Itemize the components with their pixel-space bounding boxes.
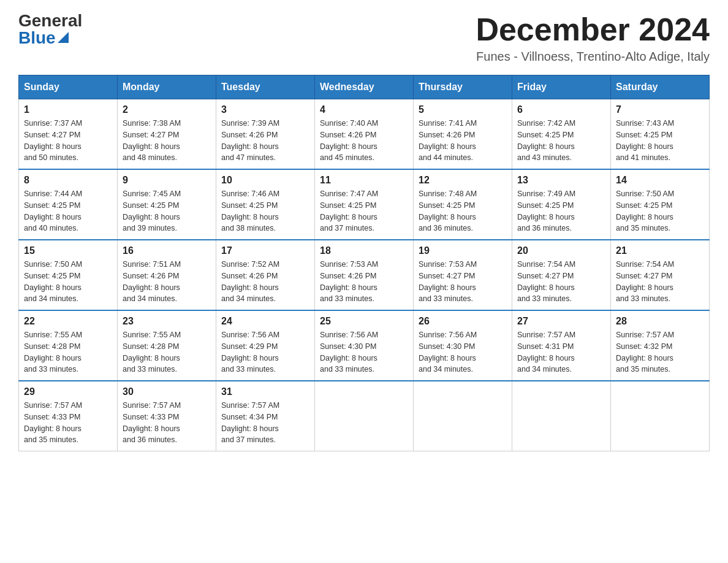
calendar-cell: 1 Sunrise: 7:37 AM Sunset: 4:27 PM Dayli…	[19, 99, 118, 170]
day-number: 15	[24, 245, 112, 256]
day-number: 29	[24, 386, 112, 397]
calendar-cell	[315, 381, 414, 451]
svg-marker-0	[58, 32, 69, 43]
calendar-cell: 20 Sunrise: 7:54 AM Sunset: 4:27 PM Dayl…	[512, 240, 611, 310]
calendar-cell	[611, 381, 710, 451]
day-info: Sunrise: 7:40 AM Sunset: 4:26 PM Dayligh…	[320, 118, 408, 164]
day-info: Sunrise: 7:53 AM Sunset: 4:27 PM Dayligh…	[419, 259, 507, 305]
calendar-week-row: 8 Sunrise: 7:44 AM Sunset: 4:25 PM Dayli…	[19, 169, 710, 240]
day-number: 31	[221, 386, 309, 397]
day-info: Sunrise: 7:43 AM Sunset: 4:25 PM Dayligh…	[616, 118, 704, 164]
day-number: 4	[320, 104, 408, 115]
day-info: Sunrise: 7:54 AM Sunset: 4:27 PM Dayligh…	[616, 259, 704, 305]
day-number: 11	[320, 175, 408, 186]
day-number: 14	[616, 175, 704, 186]
day-number: 13	[517, 175, 605, 186]
calendar-cell: 9 Sunrise: 7:45 AM Sunset: 4:25 PM Dayli…	[118, 169, 216, 240]
day-info: Sunrise: 7:53 AM Sunset: 4:26 PM Dayligh…	[320, 259, 408, 305]
calendar-header-monday: Monday	[118, 75, 216, 99]
day-info: Sunrise: 7:52 AM Sunset: 4:26 PM Dayligh…	[221, 259, 309, 305]
day-number: 9	[123, 175, 211, 186]
calendar-header-wednesday: Wednesday	[315, 75, 414, 99]
day-info: Sunrise: 7:55 AM Sunset: 4:28 PM Dayligh…	[123, 329, 211, 375]
day-number: 3	[221, 104, 309, 115]
day-number: 8	[24, 175, 112, 186]
day-info: Sunrise: 7:55 AM Sunset: 4:28 PM Dayligh…	[24, 329, 112, 375]
calendar-cell: 8 Sunrise: 7:44 AM Sunset: 4:25 PM Dayli…	[19, 169, 118, 240]
calendar-cell: 2 Sunrise: 7:38 AM Sunset: 4:27 PM Dayli…	[118, 99, 216, 170]
day-number: 17	[221, 245, 309, 256]
day-number: 23	[123, 316, 211, 327]
day-info: Sunrise: 7:38 AM Sunset: 4:27 PM Dayligh…	[123, 118, 211, 164]
day-info: Sunrise: 7:39 AM Sunset: 4:26 PM Dayligh…	[221, 118, 309, 164]
day-info: Sunrise: 7:56 AM Sunset: 4:30 PM Dayligh…	[419, 329, 507, 375]
calendar-header-sunday: Sunday	[19, 75, 118, 99]
calendar-cell: 25 Sunrise: 7:56 AM Sunset: 4:30 PM Dayl…	[315, 310, 414, 381]
day-info: Sunrise: 7:50 AM Sunset: 4:25 PM Dayligh…	[616, 188, 704, 234]
calendar-cell: 19 Sunrise: 7:53 AM Sunset: 4:27 PM Dayl…	[414, 240, 512, 310]
day-info: Sunrise: 7:57 AM Sunset: 4:32 PM Dayligh…	[616, 329, 704, 375]
calendar-week-row: 29 Sunrise: 7:57 AM Sunset: 4:33 PM Dayl…	[19, 381, 710, 451]
calendar-cell: 27 Sunrise: 7:57 AM Sunset: 4:31 PM Dayl…	[512, 310, 611, 381]
calendar-cell: 10 Sunrise: 7:46 AM Sunset: 4:25 PM Dayl…	[216, 169, 315, 240]
calendar-cell: 29 Sunrise: 7:57 AM Sunset: 4:33 PM Dayl…	[19, 381, 118, 451]
calendar-cell	[512, 381, 611, 451]
day-info: Sunrise: 7:56 AM Sunset: 4:29 PM Dayligh…	[221, 329, 309, 375]
month-year-title: December 2024	[476, 12, 710, 47]
day-info: Sunrise: 7:45 AM Sunset: 4:25 PM Dayligh…	[123, 188, 211, 234]
calendar-cell: 31 Sunrise: 7:57 AM Sunset: 4:34 PM Dayl…	[216, 381, 315, 451]
day-info: Sunrise: 7:48 AM Sunset: 4:25 PM Dayligh…	[419, 188, 507, 234]
calendar-cell: 11 Sunrise: 7:47 AM Sunset: 4:25 PM Dayl…	[315, 169, 414, 240]
day-number: 7	[616, 104, 704, 115]
calendar-cell: 3 Sunrise: 7:39 AM Sunset: 4:26 PM Dayli…	[216, 99, 315, 170]
calendar-cell: 28 Sunrise: 7:57 AM Sunset: 4:32 PM Dayl…	[611, 310, 710, 381]
calendar-header-tuesday: Tuesday	[216, 75, 315, 99]
calendar-cell: 24 Sunrise: 7:56 AM Sunset: 4:29 PM Dayl…	[216, 310, 315, 381]
day-number: 19	[419, 245, 507, 256]
calendar-cell: 17 Sunrise: 7:52 AM Sunset: 4:26 PM Dayl…	[216, 240, 315, 310]
page-header: General Blue December 2024 Funes - Villn…	[18, 12, 710, 64]
day-info: Sunrise: 7:46 AM Sunset: 4:25 PM Dayligh…	[221, 188, 309, 234]
day-info: Sunrise: 7:51 AM Sunset: 4:26 PM Dayligh…	[123, 259, 211, 305]
calendar-cell: 5 Sunrise: 7:41 AM Sunset: 4:26 PM Dayli…	[414, 99, 512, 170]
calendar-cell: 30 Sunrise: 7:57 AM Sunset: 4:33 PM Dayl…	[118, 381, 216, 451]
day-number: 1	[24, 104, 112, 115]
day-number: 26	[419, 316, 507, 327]
day-number: 16	[123, 245, 211, 256]
calendar-cell: 18 Sunrise: 7:53 AM Sunset: 4:26 PM Dayl…	[315, 240, 414, 310]
day-number: 6	[517, 104, 605, 115]
location-subtitle: Funes - Villnoess, Trentino-Alto Adige, …	[476, 50, 710, 64]
calendar-week-row: 15 Sunrise: 7:50 AM Sunset: 4:25 PM Dayl…	[19, 240, 710, 310]
calendar-cell: 15 Sunrise: 7:50 AM Sunset: 4:25 PM Dayl…	[19, 240, 118, 310]
day-number: 24	[221, 316, 309, 327]
logo: General Blue	[18, 12, 82, 47]
day-info: Sunrise: 7:57 AM Sunset: 4:31 PM Dayligh…	[517, 329, 605, 375]
day-number: 21	[616, 245, 704, 256]
calendar-cell: 13 Sunrise: 7:49 AM Sunset: 4:25 PM Dayl…	[512, 169, 611, 240]
day-number: 10	[221, 175, 309, 186]
day-info: Sunrise: 7:57 AM Sunset: 4:34 PM Dayligh…	[221, 400, 309, 446]
day-number: 30	[123, 386, 211, 397]
calendar-cell: 14 Sunrise: 7:50 AM Sunset: 4:25 PM Dayl…	[611, 169, 710, 240]
calendar-header-row: SundayMondayTuesdayWednesdayThursdayFrid…	[19, 75, 710, 99]
calendar-cell: 6 Sunrise: 7:42 AM Sunset: 4:25 PM Dayli…	[512, 99, 611, 170]
calendar-cell: 12 Sunrise: 7:48 AM Sunset: 4:25 PM Dayl…	[414, 169, 512, 240]
day-number: 18	[320, 245, 408, 256]
calendar-cell: 7 Sunrise: 7:43 AM Sunset: 4:25 PM Dayli…	[611, 99, 710, 170]
calendar-header-thursday: Thursday	[414, 75, 512, 99]
logo-general-text: General	[18, 12, 82, 29]
title-section: December 2024 Funes - Villnoess, Trentin…	[476, 12, 710, 64]
calendar-cell: 26 Sunrise: 7:56 AM Sunset: 4:30 PM Dayl…	[414, 310, 512, 381]
day-info: Sunrise: 7:57 AM Sunset: 4:33 PM Dayligh…	[24, 400, 112, 446]
calendar-header-friday: Friday	[512, 75, 611, 99]
day-info: Sunrise: 7:44 AM Sunset: 4:25 PM Dayligh…	[24, 188, 112, 234]
calendar-table: SundayMondayTuesdayWednesdayThursdayFrid…	[18, 75, 710, 451]
day-number: 25	[320, 316, 408, 327]
day-number: 28	[616, 316, 704, 327]
day-info: Sunrise: 7:37 AM Sunset: 4:27 PM Dayligh…	[24, 118, 112, 164]
calendar-cell: 21 Sunrise: 7:54 AM Sunset: 4:27 PM Dayl…	[611, 240, 710, 310]
day-number: 5	[419, 104, 507, 115]
logo-blue-text: Blue	[18, 29, 56, 47]
calendar-cell: 4 Sunrise: 7:40 AM Sunset: 4:26 PM Dayli…	[315, 99, 414, 170]
day-info: Sunrise: 7:56 AM Sunset: 4:30 PM Dayligh…	[320, 329, 408, 375]
